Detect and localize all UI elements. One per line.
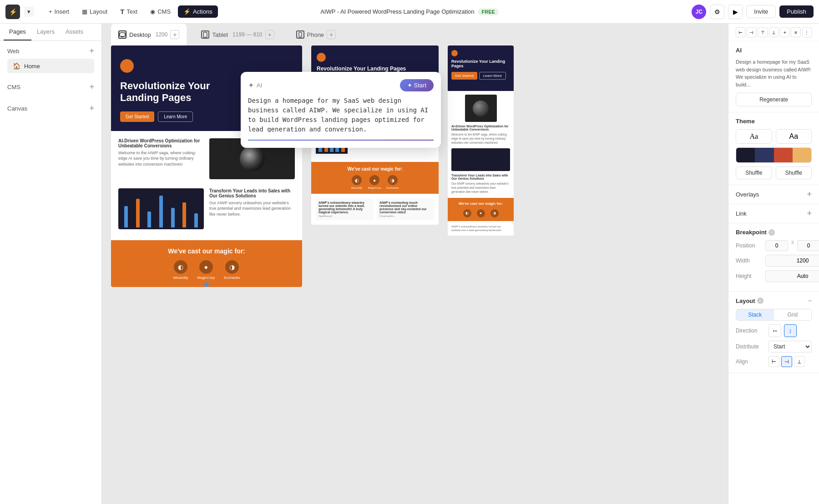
nav-layout[interactable]: ▦ Layout xyxy=(76,5,113,18)
ai-preview-text: Design a homepage for my SaaS web design… xyxy=(736,58,812,88)
width-value-input[interactable] xyxy=(765,255,819,267)
left-sidebar: Pages Layers Assets Web + 🏠 Home CMS + C… xyxy=(0,24,102,504)
direction-buttons: ↔ ↕ xyxy=(768,324,797,337)
topbar: ⚡ ▾ + Insert ▦ Layout T Text ◉ CMS ⚡ Act… xyxy=(0,0,819,24)
phone-magic-3: ◑ xyxy=(490,209,499,217)
phone-label: Phone xyxy=(307,31,324,38)
type-stack-btn[interactable]: Stack xyxy=(736,309,774,320)
canvas-area[interactable]: Desktop 1200 + Tablet 1199 — 810 + Phone… xyxy=(102,24,728,504)
viewport-phone[interactable]: Phone + xyxy=(289,24,344,45)
breakpoint-title-row: Breakpoint i xyxy=(736,229,812,236)
magic-icon-2: ● xyxy=(199,260,213,274)
phone-magic-2: ● xyxy=(477,209,485,217)
web-section-header[interactable]: Web + xyxy=(7,46,94,56)
canvas-handle-bottom[interactable] xyxy=(204,282,209,287)
sphere-graphic xyxy=(240,146,265,171)
desktop-add[interactable]: + xyxy=(170,30,179,39)
web-add-icon[interactable]: + xyxy=(89,46,94,56)
align-label: Align xyxy=(736,358,768,365)
invite-button[interactable]: Invite xyxy=(746,5,776,18)
canvas-add-icon[interactable]: + xyxy=(89,104,94,113)
alignment-icons-row: ⊢ ⊣ ⊤ ⊥ + ≡ ⋮ xyxy=(728,24,819,41)
nav-actions[interactable]: ⚡ Actions xyxy=(178,5,218,18)
workspace-dropdown[interactable]: ▾ xyxy=(24,6,34,17)
svg-point-4 xyxy=(300,36,301,37)
overlays-row[interactable]: Overlays + xyxy=(728,185,819,204)
height-value-input[interactable] xyxy=(765,270,819,282)
direction-horizontal-btn[interactable]: ↔ xyxy=(768,324,781,337)
layout-info-icon[interactable]: i xyxy=(757,297,763,304)
phone-magic-icon-1: ◐ xyxy=(463,209,471,217)
breakpoint-info-icon[interactable]: i xyxy=(768,229,775,236)
shuffle-btn-2[interactable]: Shuffle xyxy=(776,166,812,179)
distribute-select[interactable]: Start Center End Space Between Space Aro… xyxy=(768,341,812,353)
tablet-magic-icon-3: ◑ xyxy=(388,175,398,185)
ai-label: ✦ AI xyxy=(248,81,262,90)
theme-font-option-2[interactable]: Aa xyxy=(776,129,812,144)
align-center-h-icon[interactable]: ⊣ xyxy=(747,27,756,37)
tab-assets[interactable]: Assets xyxy=(60,24,89,40)
play-button[interactable]: ▶ xyxy=(728,5,743,19)
distribute-icon[interactable]: ⋮ xyxy=(802,27,812,37)
overlays-add-icon[interactable]: + xyxy=(807,190,812,199)
tab-pages[interactable]: Pages xyxy=(4,24,31,40)
viewport-desktop[interactable]: Desktop 1200 + xyxy=(111,24,187,45)
tablet-add[interactable]: + xyxy=(265,30,274,39)
viewport-tablet[interactable]: Tablet 1199 — 810 + xyxy=(194,24,281,45)
logo[interactable]: ⚡ xyxy=(5,5,20,19)
width-label: Width xyxy=(736,257,765,264)
hero-learn-more[interactable]: Learn More xyxy=(158,111,193,122)
sidebar-item-home[interactable]: 🏠 Home xyxy=(7,59,94,73)
color-navy[interactable] xyxy=(755,148,774,162)
canvas-section-header[interactable]: Canvas + xyxy=(7,104,94,113)
magic-item-3: ◑ Enchantio xyxy=(224,260,240,280)
type-grid-btn[interactable]: Grid xyxy=(774,309,812,320)
regenerate-button[interactable]: Regenerate xyxy=(736,93,812,106)
color-orange[interactable] xyxy=(793,148,811,162)
align-left-icon[interactable]: ⊢ xyxy=(736,27,745,37)
direction-vertical-btn[interactable]: ↕ xyxy=(784,324,797,337)
shuffle-buttons: Shuffle Shuffle xyxy=(736,166,812,179)
align-bottom-icon[interactable]: ≡ xyxy=(791,27,800,37)
feature-card-2: Transform Your Leads into Sales with Our… xyxy=(209,188,295,233)
ai-dialog: ✦ AI ✦ Start Design a homepage for my Sa… xyxy=(241,72,441,148)
theme-font-option-1[interactable]: Aa xyxy=(736,129,772,144)
layout-collapse-icon[interactable]: − xyxy=(808,297,812,304)
settings-button[interactable]: ⚙ xyxy=(710,5,724,19)
align-right-icon[interactable]: ⊤ xyxy=(758,27,768,37)
position-x-input[interactable]: 0 xyxy=(765,240,788,251)
chart-graphic xyxy=(118,188,204,229)
color-dark-navy[interactable] xyxy=(736,148,755,162)
ai-dialog-header: ✦ AI ✦ Start xyxy=(248,79,434,91)
cms-section-header[interactable]: CMS + xyxy=(7,82,94,92)
ai-dialog-footer xyxy=(248,140,434,141)
link-add-icon[interactable]: + xyxy=(807,209,812,218)
avatar[interactable]: JC xyxy=(692,5,706,19)
nav-insert[interactable]: + Insert xyxy=(43,5,75,18)
shuffle-btn-1[interactable]: Shuffle xyxy=(736,166,772,179)
nav-insert-label: Insert xyxy=(55,8,70,15)
tab-layers[interactable]: Layers xyxy=(31,24,60,40)
ai-input[interactable]: Design a homepage for my SaaS web design… xyxy=(248,96,434,132)
align-top-icon[interactable]: ⊥ xyxy=(769,27,779,37)
tablet-magic-label-1: Wizardify xyxy=(351,186,363,189)
link-row[interactable]: Link + xyxy=(728,204,819,223)
nav-text[interactable]: T Text xyxy=(115,5,143,18)
phone-preview[interactable]: Revolutionize Your Landing Pages Get Sta… xyxy=(448,45,514,236)
align-center-btn[interactable]: ⊣ xyxy=(781,356,792,367)
position-y-input[interactable]: 0 xyxy=(797,240,819,251)
align-middle-icon[interactable]: + xyxy=(780,27,789,37)
align-right-btn[interactable]: ⊥ xyxy=(794,356,805,367)
color-red[interactable] xyxy=(774,148,793,162)
phone-btn-secondary[interactable]: Learn More xyxy=(479,72,506,80)
start-button[interactable]: ✦ Start xyxy=(400,79,434,91)
tablet-magic-3: ◑ Enchantio xyxy=(387,175,399,189)
align-left-btn[interactable]: ⊢ xyxy=(768,356,779,367)
nav-cms[interactable]: ◉ CMS xyxy=(145,5,176,18)
hero-get-started[interactable]: Get Started xyxy=(120,111,154,122)
cms-add-icon[interactable]: + xyxy=(89,82,94,92)
phone-add[interactable]: + xyxy=(327,30,336,39)
phone-btn-primary[interactable]: Get Started xyxy=(451,72,477,80)
publish-button[interactable]: Publish xyxy=(779,5,814,18)
phone-hero-btns: Get Started Learn More xyxy=(451,72,510,80)
